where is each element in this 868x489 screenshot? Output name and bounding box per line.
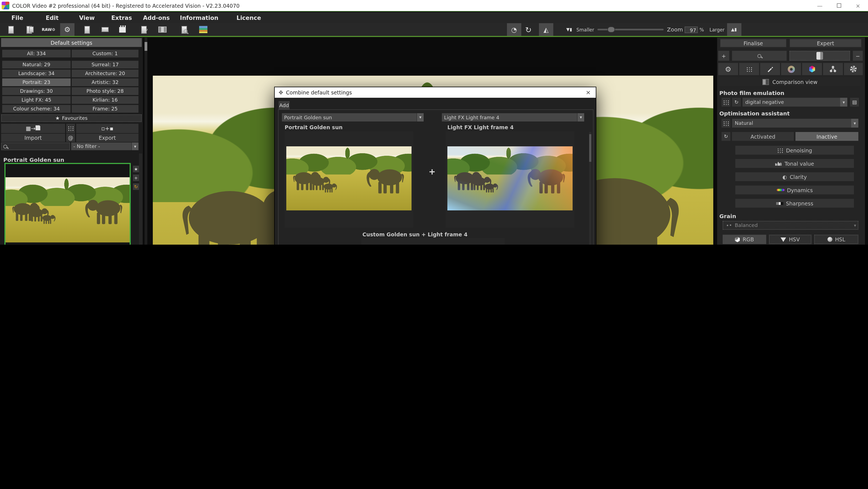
- category-landscape[interactable]: Landscape: 34: [2, 69, 71, 77]
- preset-scrollbar[interactable]: [139, 153, 142, 244]
- add-tab[interactable]: Add: [279, 101, 289, 109]
- category-artistic[interactable]: Artistic: 32: [72, 79, 138, 86]
- menu-extras[interactable]: Extras: [104, 13, 139, 23]
- tab-expert[interactable]: Expert: [789, 39, 862, 48]
- zoom-out-film-button[interactable]: ▼▮: [562, 23, 577, 36]
- reset-view-button[interactable]: ↻: [521, 23, 536, 36]
- preset-search-input[interactable]: [1, 142, 70, 150]
- denoising-button[interactable]: Denoising: [735, 146, 854, 154]
- minimize-button[interactable]: —: [817, 2, 823, 8]
- pfe-film-settings-button[interactable]: ▤: [850, 98, 859, 107]
- tool-drawing-button[interactable]: [760, 63, 780, 75]
- category-photo-style[interactable]: Photo style: 28: [72, 87, 138, 95]
- default-settings-button[interactable]: ⚙: [60, 23, 74, 36]
- category-portrait[interactable]: Portrait: 23: [2, 79, 71, 86]
- histogram-button[interactable]: [196, 23, 210, 36]
- clarity-button[interactable]: ◐Clarity: [735, 172, 854, 181]
- video-editor-button[interactable]: [115, 23, 130, 36]
- filter-dropdown[interactable]: - No filter - ▾: [71, 142, 138, 150]
- new-project-button[interactable]: [4, 23, 18, 36]
- grid-search-button[interactable]: [66, 124, 75, 133]
- at-button[interactable]: @: [66, 134, 75, 142]
- print-button[interactable]: [98, 23, 112, 36]
- comparison-view-toggle[interactable]: Comparison view: [719, 77, 861, 86]
- oa-dropdown[interactable]: Natural ▾: [732, 119, 858, 127]
- add-preset-button[interactable]: +: [718, 51, 729, 61]
- tool-nodes-button[interactable]: [823, 63, 843, 75]
- category-kirlian[interactable]: Kirlian: 16: [72, 96, 138, 104]
- export-button[interactable]: Export: [76, 134, 138, 142]
- right-preset-dropdown[interactable]: Light FX Light frame 4 ▾: [442, 113, 584, 121]
- tool-optimisation-button[interactable]: ⚙: [718, 63, 738, 75]
- open-files-button[interactable]: [23, 23, 37, 36]
- dialog-title-bar[interactable]: ✥ Combine default settings ×: [275, 87, 596, 98]
- hsl-mode-button[interactable]: HSL: [814, 235, 858, 244]
- category-surreal[interactable]: Surreal: 17: [72, 61, 138, 68]
- maximize-button[interactable]: [837, 3, 841, 8]
- category-colour-scheme[interactable]: Colour scheme: 34: [2, 105, 71, 113]
- save-file-icon: [84, 26, 90, 33]
- activated-button[interactable]: Activated: [732, 132, 794, 141]
- menu-licence[interactable]: Licence: [224, 13, 273, 23]
- category-custom[interactable]: Custom: 1: [72, 50, 138, 57]
- collapse-button[interactable]: −: [853, 51, 863, 61]
- scrollbar-thumb[interactable]: [145, 42, 147, 51]
- comparison-toggle-icon: [762, 79, 769, 85]
- tool-shutter-button[interactable]: [844, 63, 863, 75]
- category-frame[interactable]: Frame: 25: [72, 105, 138, 113]
- hsv-mode-button[interactable]: HSV: [769, 235, 811, 244]
- tool-colour-cube-button[interactable]: [802, 63, 822, 75]
- import-button[interactable]: Import: [1, 134, 65, 142]
- dialog-close-icon[interactable]: ×: [586, 89, 591, 96]
- category-light-fx[interactable]: Light FX: 45: [2, 96, 71, 104]
- tool-grain-button[interactable]: [739, 63, 759, 75]
- oa-grid-button[interactable]: [721, 119, 731, 127]
- scrollbar-thumb[interactable]: [589, 134, 591, 162]
- preview-magnifier-button[interactable]: [177, 23, 191, 36]
- oa-reset-button[interactable]: ↻: [721, 132, 731, 141]
- batch-button[interactable]: ↻: [137, 23, 152, 36]
- rgb-mode-button[interactable]: RGB: [723, 235, 766, 244]
- preset-thumbnail-golden-sun[interactable]: [4, 163, 131, 244]
- inactive-button[interactable]: Inactive: [796, 132, 858, 141]
- variations-icon[interactable]: ↻: [133, 183, 139, 190]
- flip-button[interactable]: ◭: [539, 23, 553, 36]
- zoom-slider-knob[interactable]: [607, 27, 615, 33]
- layout-button[interactable]: [155, 23, 169, 36]
- tab-finalise[interactable]: Finalise: [720, 39, 787, 48]
- favourites-button[interactable]: ★ Favourites: [1, 114, 142, 122]
- left-preset-dropdown[interactable]: Portrait Golden sun ▾: [282, 113, 424, 121]
- menu-view[interactable]: View: [69, 13, 104, 23]
- menu-edit[interactable]: Edit: [35, 13, 69, 23]
- import-icon-button[interactable]: ▦→: [1, 124, 65, 133]
- film-roll-button[interactable]: [789, 51, 850, 61]
- search-button[interactable]: [732, 51, 787, 61]
- dialog-scrollbar[interactable]: [589, 132, 591, 244]
- menu-information[interactable]: Information: [174, 13, 224, 23]
- pfe-dropdown[interactable]: digital negative ▾: [743, 98, 847, 107]
- tonal-value-button[interactable]: Tonal value: [735, 159, 854, 168]
- add-icon[interactable]: +: [133, 174, 139, 181]
- save-button[interactable]: [80, 23, 94, 36]
- pfe-reset-button[interactable]: ↻: [732, 98, 741, 107]
- zoom-value-input[interactable]: 97: [685, 26, 698, 33]
- raw-settings-button[interactable]: RAW⚙: [41, 23, 56, 36]
- zoom-slider[interactable]: [597, 29, 663, 30]
- category-architecture[interactable]: Architecture: 20: [72, 69, 138, 77]
- compare-original-button[interactable]: ◔: [507, 23, 521, 36]
- tool-colour-wheel-button[interactable]: [781, 63, 801, 75]
- dynamics-button[interactable]: Dynamics: [735, 185, 854, 194]
- grain-dropdown[interactable]: ∙• Balanced ▾: [723, 221, 858, 230]
- pfe-grid-button[interactable]: [721, 98, 731, 107]
- favourite-star-icon[interactable]: ★: [133, 166, 139, 172]
- zoom-in-film-button[interactable]: ▲▮: [727, 23, 741, 36]
- category-drawings[interactable]: Drawings: 30: [2, 87, 71, 95]
- category-all[interactable]: All: 334: [2, 50, 71, 57]
- category-natural[interactable]: Natural: 29: [2, 61, 71, 68]
- sharpness-button[interactable]: Sharpness: [735, 199, 854, 208]
- panel-scrollbar[interactable]: [145, 37, 147, 244]
- close-button[interactable]: ×: [856, 2, 860, 8]
- menu-addons[interactable]: Add-ons: [139, 13, 174, 23]
- export-icon-button[interactable]: ▫+▪: [76, 124, 138, 133]
- menu-file[interactable]: File: [0, 13, 35, 23]
